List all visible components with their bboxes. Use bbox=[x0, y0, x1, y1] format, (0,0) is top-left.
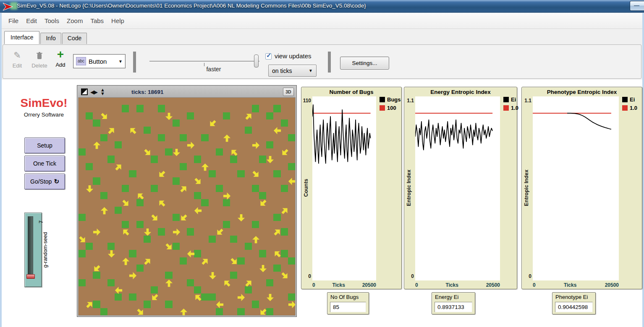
plot-legend: Bugs 100 bbox=[380, 96, 401, 113]
grass-patch bbox=[129, 250, 136, 257]
bug-arrow-icon bbox=[144, 228, 152, 236]
trash-icon bbox=[28, 49, 51, 62]
update-mode-value: on ticks bbox=[272, 67, 292, 74]
grass-patch bbox=[86, 243, 93, 250]
view-updates-checkbox[interactable]: ✓ bbox=[265, 53, 272, 60]
bug-arrow-icon bbox=[149, 212, 160, 223]
bug-arrow-icon bbox=[266, 156, 274, 164]
bug-arrow-icon bbox=[279, 270, 291, 281]
tab-info[interactable]: Info bbox=[40, 33, 61, 44]
bug-arrow-icon bbox=[120, 197, 131, 209]
grass-patch bbox=[173, 119, 180, 127]
grass-patch bbox=[252, 105, 259, 112]
grass-patch bbox=[158, 228, 165, 235]
grass-patch bbox=[115, 141, 122, 148]
random-seed-slider[interactable]: 7 g-random-seed bbox=[24, 213, 42, 287]
horizontal-arrows-icon[interactable]: ◀▶ bbox=[90, 89, 97, 95]
add-widget-button[interactable]: + Add bbox=[52, 48, 69, 68]
minimize-button[interactable]: — bbox=[630, 1, 644, 11]
grass-patch bbox=[216, 185, 223, 192]
grass-patch bbox=[151, 185, 158, 192]
bug-arrow-icon bbox=[273, 127, 281, 135]
bug-arrow-icon bbox=[113, 161, 124, 173]
slider-value: 7 bbox=[38, 221, 44, 223]
bug-arrow-icon bbox=[192, 176, 204, 187]
bug-arrow-icon bbox=[187, 250, 195, 258]
bug-arrow-icon bbox=[201, 163, 209, 171]
bug-arrow-icon bbox=[86, 185, 94, 193]
checkmark-icon: ✓ bbox=[266, 52, 272, 59]
grass-patch bbox=[187, 279, 194, 286]
menu-item-tabs[interactable]: Tabs bbox=[86, 17, 107, 24]
update-mode-dropdown[interactable]: on ticks ▼ bbox=[268, 65, 317, 77]
delete-widget-button[interactable]: Delete bbox=[28, 49, 51, 69]
settings-button[interactable]: Settings... bbox=[340, 57, 389, 70]
bug-arrow-icon bbox=[122, 257, 130, 265]
app-subtitle: Orrery Software bbox=[13, 112, 74, 118]
legend-label: Ei bbox=[511, 96, 516, 103]
grass-patch bbox=[209, 293, 216, 301]
setup-button[interactable]: Setup bbox=[24, 138, 65, 153]
grass-patch bbox=[158, 105, 165, 112]
y-max-label: 1.1 bbox=[522, 98, 531, 104]
grass-patch bbox=[136, 265, 144, 272]
bug-arrow-icon bbox=[223, 134, 231, 142]
menu-item-help[interactable]: Help bbox=[107, 17, 128, 24]
bug-arrow-icon bbox=[120, 226, 131, 238]
tab-code[interactable]: Code bbox=[62, 33, 87, 44]
y-max-label: 110 bbox=[301, 98, 311, 104]
ticks-counter: ticks: 18691 bbox=[131, 89, 164, 95]
grass-patch bbox=[100, 192, 107, 199]
grass-patch bbox=[180, 257, 187, 265]
legend-swatch bbox=[622, 97, 628, 102]
toolbar: ✎ Edit Delete + Add abc Button ▼ faster … bbox=[2, 44, 642, 80]
grass-patch bbox=[259, 250, 266, 257]
bug-arrow-icon bbox=[223, 192, 231, 200]
grass-patch bbox=[281, 119, 288, 127]
grass-patch bbox=[230, 272, 237, 279]
tab-row: Interface Info Code bbox=[2, 29, 642, 44]
one-tick-button[interactable]: One Tick bbox=[24, 156, 65, 171]
bug-arrow-icon bbox=[288, 301, 296, 309]
grass-patch bbox=[288, 257, 295, 265]
chevron-down-icon: ▼ bbox=[309, 68, 313, 73]
grass-patch bbox=[151, 156, 158, 163]
menu-item-tools[interactable]: Tools bbox=[41, 17, 63, 24]
grass-patch bbox=[273, 265, 280, 272]
grass-patch bbox=[187, 112, 194, 119]
y-min-label: 0 bbox=[301, 273, 311, 279]
menu-item-edit[interactable]: Edit bbox=[22, 17, 41, 24]
widget-type-dropdown[interactable]: abc Button ▼ bbox=[73, 54, 126, 68]
grass-patch bbox=[223, 112, 230, 119]
grass-patch bbox=[93, 119, 100, 127]
grass-patch bbox=[136, 105, 144, 112]
slider-groove[interactable] bbox=[28, 216, 33, 278]
grass-patch bbox=[194, 192, 201, 199]
legend-swatch bbox=[622, 105, 628, 111]
x-axis-labels: 0 Ticks 20500 bbox=[415, 282, 500, 288]
pencil-icon: ✎ bbox=[8, 49, 27, 62]
bug-arrow-icon bbox=[266, 293, 274, 301]
grass-patch bbox=[79, 250, 86, 257]
edit-widget-button[interactable]: ✎ Edit bbox=[8, 49, 27, 69]
speed-slider-track[interactable] bbox=[149, 61, 259, 62]
tab-interface[interactable]: Interface bbox=[4, 31, 39, 44]
plot-title: Phenotype Entropic Index bbox=[522, 89, 642, 95]
bug-arrow-icon bbox=[207, 118, 218, 129]
bug-arrow-icon bbox=[93, 141, 101, 149]
plot-phenotype-entropic-index: Phenotype Entropic Index 1.1 Ei 1.0 0 En… bbox=[521, 87, 642, 289]
grass-patch bbox=[165, 148, 172, 156]
patch-size-icon[interactable] bbox=[81, 88, 88, 95]
menu-item-file[interactable]: File bbox=[5, 17, 22, 24]
bug-arrow-icon bbox=[237, 293, 245, 301]
speed-slider-thumb[interactable] bbox=[254, 54, 259, 67]
vertical-arrows-icon[interactable]: ▲▼ bbox=[100, 88, 105, 96]
grass-patch bbox=[266, 112, 273, 119]
3d-button[interactable]: 3D bbox=[283, 88, 294, 96]
menu-item-zoom[interactable]: Zoom bbox=[63, 17, 86, 24]
bug-arrow-icon bbox=[127, 125, 139, 136]
bug-arrow-icon bbox=[214, 226, 225, 238]
bug-arrow-icon bbox=[165, 112, 173, 120]
go-stop-button[interactable]: Go/Stop ↻ bbox=[24, 174, 65, 189]
slider-thumb[interactable] bbox=[26, 274, 35, 279]
